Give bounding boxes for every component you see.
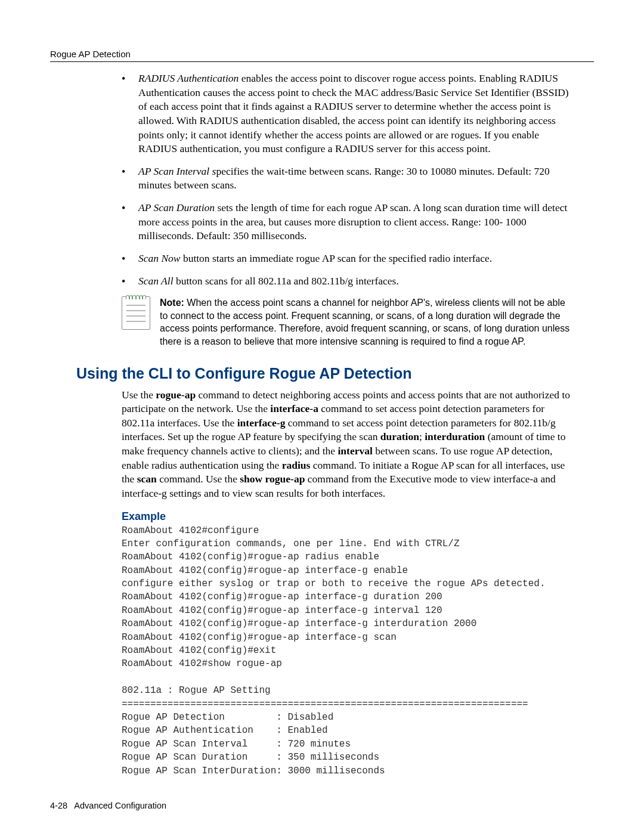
note-label: Note:	[160, 298, 184, 308]
list-item: Scan All button scans for all 802.11a an…	[122, 274, 575, 289]
list-item: Scan Now button starts an immediate rogu…	[122, 252, 575, 266]
list-item-text: button starts an immediate rogue AP scan…	[181, 252, 493, 264]
cli-output: RoamAbout 4102#configure Enter configura…	[122, 524, 587, 778]
cmd-interface-a: interface-a	[270, 402, 318, 414]
term-radius-auth: RADIUS Authentication	[138, 72, 239, 84]
cmd-scan: scan	[137, 473, 157, 485]
running-header: Rogue AP Detection	[50, 49, 594, 59]
cmd-rogue-ap: rogue-ap	[156, 389, 196, 401]
para-text: ;	[419, 431, 425, 442]
cmd-interval: interval	[338, 445, 372, 457]
header-rule	[50, 61, 594, 62]
term-ap-scan-interval: AP Scan Interval s	[138, 165, 216, 177]
cmd-show-rogue-ap: show rogue-ap	[240, 473, 305, 485]
list-item: AP Scan Duration sets the length of time…	[122, 201, 575, 243]
list-item: AP Scan Interval specifies the wait-time…	[122, 165, 575, 193]
document-page: Rogue AP Detection RADIUS Authentication…	[0, 0, 644, 833]
term-scan-all: Scan All	[138, 275, 174, 287]
para-text: Use the	[122, 389, 156, 401]
list-item: RADIUS Authentication enables the access…	[122, 72, 575, 156]
body-paragraph: Use the rogue-ap command to detect neigh…	[122, 388, 575, 501]
note-text: Note: When the access point scans a chan…	[160, 296, 575, 348]
cmd-duration: duration	[380, 431, 419, 442]
list-item-text: button scans for all 802.11a and 802.11b…	[174, 275, 399, 287]
list-item-text: enables the access point to discover rog…	[138, 72, 569, 154]
term-ap-scan-duration: AP Scan Duration	[138, 202, 215, 213]
page-footer: 4-28 Advanced Configuration	[50, 801, 166, 810]
example-heading: Example	[122, 510, 594, 523]
cmd-interduration: interduration	[425, 431, 485, 442]
section-title: Using the CLI to Configure Rogue AP Dete…	[76, 365, 594, 382]
note-icon	[122, 296, 150, 330]
footer-label: Advanced Configuration	[74, 801, 166, 810]
note-block: Note: When the access point scans a chan…	[122, 296, 575, 348]
note-body: When the access point scans a channel fo…	[160, 298, 569, 346]
cmd-interface-g: interface-g	[237, 417, 286, 429]
page-number: 4-28	[50, 801, 67, 810]
cmd-radius: radius	[282, 459, 311, 471]
para-text: command. Use the	[157, 473, 240, 485]
bullet-list: RADIUS Authentication enables the access…	[122, 72, 575, 288]
term-scan-now: Scan Now	[138, 252, 181, 264]
